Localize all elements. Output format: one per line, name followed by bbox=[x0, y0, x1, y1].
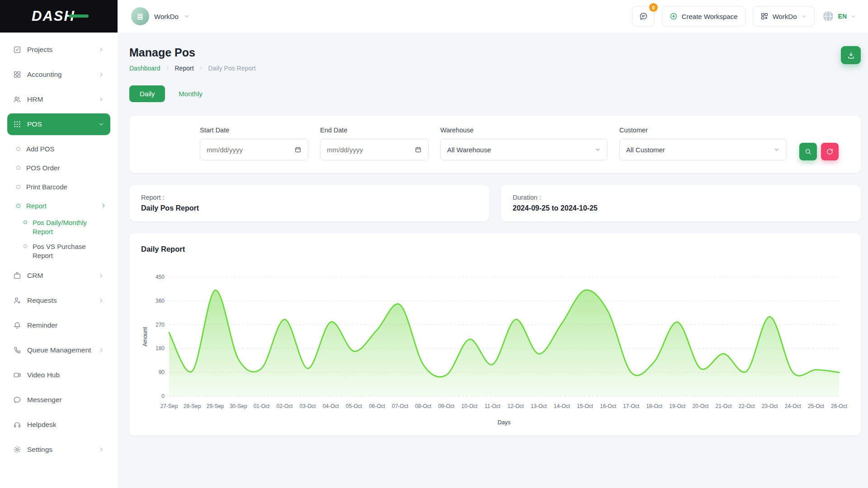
chevron-right-icon bbox=[98, 71, 104, 78]
sidebar-item-queue-management[interactable]: Queue Management bbox=[7, 339, 110, 361]
download-button[interactable] bbox=[841, 46, 861, 64]
tab-daily[interactable]: Daily bbox=[129, 85, 165, 102]
sidebar-item-settings[interactable]: Settings bbox=[7, 439, 110, 460]
sidebar-item-add-pos[interactable]: Add POS bbox=[13, 139, 110, 158]
customer-select-value: All Customer bbox=[626, 146, 665, 154]
svg-text:06-Oct: 06-Oct bbox=[369, 403, 386, 409]
plus-circle-icon bbox=[670, 12, 678, 20]
start-date-input[interactable] bbox=[207, 146, 274, 154]
sidebar-item-accounting[interactable]: Accounting bbox=[7, 64, 110, 85]
account-menu-button[interactable]: WorkDo bbox=[753, 6, 815, 26]
pos-submenu: Add POS POS Order Print Barcode Report P… bbox=[7, 138, 110, 265]
svg-text:0: 0 bbox=[161, 393, 165, 399]
create-workspace-button[interactable]: Create Workspace bbox=[662, 6, 745, 26]
create-workspace-label: Create Workspace bbox=[682, 13, 738, 20]
end-date-group: End Date bbox=[320, 127, 429, 160]
sidebar-item-label: HRM bbox=[27, 95, 43, 103]
sidebar-item-pos-order[interactable]: POS Order bbox=[13, 158, 110, 177]
breadcrumb-report[interactable]: Report bbox=[175, 65, 194, 72]
chevron-down-icon bbox=[774, 146, 780, 153]
sidebar-item-label: CRM bbox=[27, 272, 43, 280]
hrm-icon bbox=[13, 95, 21, 103]
svg-text:14-Oct: 14-Oct bbox=[554, 403, 571, 409]
sidebar-item-label: Pos Daily/Monthly Report bbox=[33, 218, 101, 236]
circle-icon bbox=[24, 244, 27, 248]
duration-value: 2024-09-25 to 2024-10-25 bbox=[513, 204, 849, 212]
reset-filter-button[interactable] bbox=[821, 143, 839, 160]
chevron-right-icon bbox=[98, 47, 104, 53]
svg-text:10-Oct: 10-Oct bbox=[461, 403, 478, 409]
svg-text:25-Oct: 25-Oct bbox=[808, 403, 825, 409]
sidebar-item-reminder[interactable]: Reminder bbox=[7, 314, 110, 336]
workspace-selector[interactable]: WorkDo bbox=[131, 7, 190, 25]
svg-text:04-Oct: 04-Oct bbox=[323, 403, 340, 409]
sidebar-item-label: Print Barcode bbox=[26, 183, 67, 191]
report-summary-card: Report : Daily Pos Report bbox=[129, 185, 489, 221]
end-date-input[interactable] bbox=[327, 146, 395, 154]
gear-icon bbox=[13, 446, 21, 454]
chart-box: 09018027036045027-Sep28-Sep29-Sep30-Sep0… bbox=[140, 269, 850, 428]
logo-area: DASH bbox=[0, 0, 118, 33]
end-date-label: End Date bbox=[320, 127, 429, 134]
svg-text:12-Oct: 12-Oct bbox=[508, 403, 524, 409]
svg-text:08-Oct: 08-Oct bbox=[415, 403, 432, 409]
svg-text:18-Oct: 18-Oct bbox=[646, 403, 663, 409]
sidebar-item-crm[interactable]: CRM bbox=[7, 265, 110, 286]
sidebar: Projects Accounting HRM POS Add POS POS … bbox=[0, 33, 118, 488]
svg-text:05-Oct: 05-Oct bbox=[346, 403, 363, 409]
sidebar-item-messenger[interactable]: Messenger bbox=[7, 389, 110, 411]
sidebar-item-report[interactable]: Report bbox=[13, 196, 110, 215]
tab-monthly[interactable]: Monthly bbox=[179, 90, 203, 98]
breadcrumb: Dashboard Report Daily Pos Report bbox=[129, 65, 256, 72]
sidebar-item-label: Video Hub bbox=[27, 371, 60, 379]
sidebar-item-label: Add POS bbox=[26, 145, 55, 153]
svg-text:20-Oct: 20-Oct bbox=[692, 403, 709, 409]
main-content: Manage Pos Dashboard Report Daily Pos Re… bbox=[118, 33, 868, 436]
customer-select[interactable]: All Customer bbox=[619, 139, 787, 160]
layers-icon bbox=[136, 12, 144, 20]
sidebar-item-pos-vs-purchase-report[interactable]: Pos VS Purchase Report bbox=[21, 239, 110, 263]
svg-text:24-Oct: 24-Oct bbox=[785, 403, 802, 409]
chevron-right-icon bbox=[98, 347, 104, 353]
warehouse-select[interactable]: All Warehouse bbox=[440, 139, 608, 160]
calendar-icon[interactable] bbox=[294, 146, 302, 153]
messages-button[interactable]: 0 bbox=[632, 6, 655, 26]
apply-filter-button[interactable] bbox=[799, 143, 817, 160]
sidebar-item-requests[interactable]: Requests bbox=[7, 290, 110, 311]
workspace-name: WorkDo bbox=[154, 13, 179, 20]
chevron-right-icon bbox=[98, 272, 104, 279]
svg-text:28-Sep: 28-Sep bbox=[184, 403, 201, 409]
svg-text:01-Oct: 01-Oct bbox=[253, 403, 270, 409]
sidebar-item-label: Requests bbox=[27, 296, 57, 305]
calendar-icon[interactable] bbox=[415, 146, 422, 153]
chevron-down-icon bbox=[594, 146, 601, 153]
sidebar-item-label: POS Order bbox=[26, 164, 60, 172]
sidebar-item-hrm[interactable]: HRM bbox=[7, 89, 110, 110]
circle-icon bbox=[16, 204, 20, 208]
sidebar-item-helpdesk[interactable]: Helpdesk bbox=[7, 414, 110, 436]
circle-icon bbox=[16, 147, 20, 151]
svg-text:16-Oct: 16-Oct bbox=[600, 403, 617, 409]
chevron-down-icon bbox=[98, 121, 104, 127]
circle-icon bbox=[24, 221, 27, 224]
sidebar-item-pos-daily-monthly-report[interactable]: Pos Daily/Monthly Report bbox=[21, 215, 110, 239]
svg-text:07-Oct: 07-Oct bbox=[392, 403, 409, 409]
sidebar-item-video-hub[interactable]: Video Hub bbox=[7, 364, 110, 386]
duration-summary-card: Duration : 2024-09-25 to 2024-10-25 bbox=[501, 185, 861, 221]
sidebar-item-pos[interactable]: POS bbox=[7, 113, 110, 135]
svg-text:03-Oct: 03-Oct bbox=[300, 403, 316, 409]
brand-logo[interactable]: DASH bbox=[32, 8, 75, 24]
svg-text:11-Oct: 11-Oct bbox=[485, 403, 501, 409]
globe-icon bbox=[822, 10, 835, 23]
sidebar-item-projects[interactable]: Projects bbox=[7, 39, 110, 61]
svg-text:17-Oct: 17-Oct bbox=[623, 403, 640, 409]
pos-grid-icon bbox=[13, 120, 21, 128]
reset-icon bbox=[826, 148, 834, 155]
svg-text:15-Oct: 15-Oct bbox=[577, 403, 594, 409]
chevron-right-icon bbox=[100, 202, 107, 209]
breadcrumb-dashboard[interactable]: Dashboard bbox=[129, 65, 160, 72]
chevron-down-icon bbox=[801, 14, 807, 19]
chevron-right-icon bbox=[98, 96, 104, 103]
sidebar-item-print-barcode[interactable]: Print Barcode bbox=[13, 177, 110, 196]
language-selector[interactable]: EN bbox=[822, 10, 856, 23]
